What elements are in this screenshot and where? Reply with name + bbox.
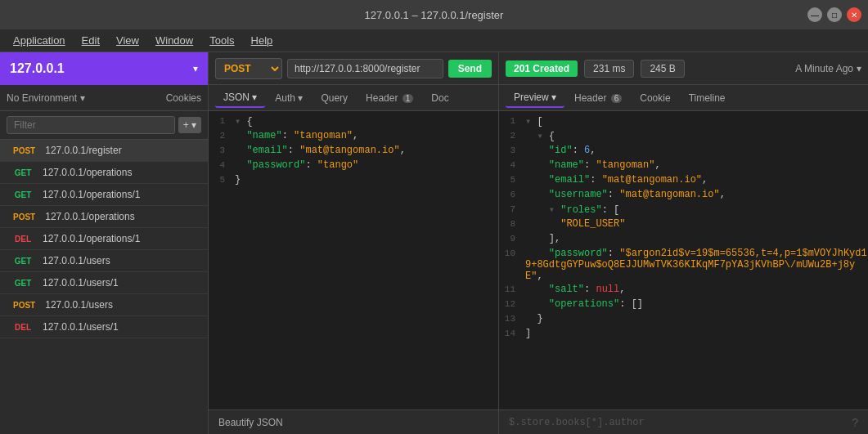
code-line: 2 "name": "tangoman", (209, 129, 498, 144)
method-badge: GET (10, 190, 36, 200)
cookies-button[interactable]: Cookies (166, 92, 201, 104)
url-bar: POST GET PUT DELETE Send (209, 52, 498, 85)
filter-input[interactable] (7, 116, 175, 134)
method-badge: GET (10, 278, 36, 289)
time-ago: A Minute Ago ▾ (795, 63, 861, 74)
env-dropdown-icon: ▾ (80, 92, 85, 104)
method-badge: GET (10, 168, 36, 178)
request-body: 1 ▾ { 2 "name": "tangoman", 3 "email": "… (209, 111, 498, 409)
time-badge: 231 ms (584, 60, 634, 78)
endpoint-text: 127.0.0.1/register (45, 145, 121, 156)
code-line: 10 "password": "$argon2id$v=19$m=65536,t… (499, 247, 868, 283)
code-line: 1 ▾ [ (499, 114, 868, 129)
method-badge: GET (10, 256, 36, 266)
code-line: 5 "email": "mat@tangoman.io", (499, 173, 868, 188)
code-line: 14 ] (499, 327, 868, 342)
code-line: 5 } (209, 173, 498, 188)
code-line: 2 ▾ { (499, 129, 868, 144)
endpoint-text: 127.0.0.1/operations (43, 167, 132, 178)
list-item[interactable]: DEL 127.0.0.1/operations/1 (0, 228, 208, 250)
response-panel: 201 Created 231 ms 245 B A Minute Ago ▾ … (499, 52, 868, 434)
header-badge: 1 (403, 94, 414, 103)
list-item[interactable]: POST 127.0.0.1/users (0, 294, 208, 316)
code-line: 4 "password": "tango" (209, 159, 498, 173)
close-button[interactable]: ✕ (847, 7, 861, 22)
code-line: 1 ▾ { (209, 114, 498, 129)
add-request-button[interactable]: + ▾ (178, 117, 201, 133)
code-line: 9 ], (499, 232, 868, 247)
window-controls: — □ ✕ (807, 7, 861, 22)
menu-window[interactable]: Window (149, 32, 200, 49)
tab-preview[interactable]: Preview ▾ (506, 88, 564, 108)
sidebar: 127.0.0.1 ▾ No Environment ▾ Cookies + ▾… (0, 52, 209, 434)
endpoint-text: 127.0.0.1/users (45, 299, 113, 311)
list-item[interactable]: GET 127.0.0.1/users (0, 250, 208, 272)
tab-cookie[interactable]: Cookie (632, 89, 678, 107)
method-select[interactable]: POST GET PUT DELETE (215, 58, 282, 79)
sidebar-header: 127.0.0.1 ▾ (0, 52, 208, 85)
tab-header[interactable]: Header 1 (358, 89, 421, 107)
code-line: 3 "email": "mat@tangoman.io", (209, 144, 498, 159)
maximize-button[interactable]: □ (827, 7, 842, 22)
method-badge: DEL (10, 234, 36, 244)
help-icon[interactable]: ? (852, 416, 858, 429)
request-footer: Beautify JSON (209, 409, 498, 434)
tab-doc[interactable]: Doc (423, 89, 456, 107)
tab-timeline[interactable]: Timeline (681, 89, 734, 107)
window-title: 127.0.0.1 – 127.0.0.1/register (365, 9, 504, 21)
url-input[interactable] (287, 59, 443, 78)
filter-path-label[interactable]: $.store.books[*].author (509, 417, 852, 428)
endpoint-text: 127.0.0.1/users/1 (43, 321, 119, 333)
code-line: 13 } (499, 312, 868, 327)
code-line: 3 "id": 6, (499, 144, 868, 159)
list-item[interactable]: POST 127.0.0.1/operations (0, 206, 208, 228)
code-line: 11 "salt": null, (499, 283, 868, 298)
method-badge: POST (10, 300, 38, 311)
list-item[interactable]: GET 127.0.0.1/operations/1 (0, 184, 208, 206)
list-item[interactable]: GET 127.0.0.1/operations (0, 162, 208, 184)
minimize-button[interactable]: — (807, 7, 822, 22)
tab-query[interactable]: Query (313, 89, 356, 107)
sidebar-search-bar: + ▾ (0, 111, 208, 140)
endpoint-text: 127.0.0.1/operations/1 (43, 189, 140, 200)
menu-help[interactable]: Help (245, 32, 280, 49)
code-line: 8 "ROLE_USER" (499, 217, 868, 232)
response-footer: $.store.books[*].author ? (499, 409, 868, 434)
sidebar-request-list: POST 127.0.0.1/register GET 127.0.0.1/op… (0, 140, 208, 434)
code-line: 4 "name": "tangoman", (499, 159, 868, 173)
request-panel: POST GET PUT DELETE Send JSON ▾ Auth ▾ Q… (209, 52, 499, 434)
list-item[interactable]: POST 127.0.0.1/register (0, 140, 208, 162)
code-line: 6 "username": "mat@tangoman.io", (499, 188, 868, 203)
endpoint-text: 127.0.0.1/users/1 (43, 277, 119, 289)
send-button[interactable]: Send (448, 60, 492, 78)
list-item[interactable]: GET 127.0.0.1/users/1 (0, 272, 208, 294)
response-header-badge: 6 (611, 94, 623, 103)
title-bar: 127.0.0.1 – 127.0.0.1/register — □ ✕ (0, 0, 868, 29)
status-badge: 201 Created (506, 60, 578, 77)
method-badge: POST (10, 145, 38, 156)
response-tabs: Preview ▾ Header 6 Cookie Timeline (499, 85, 868, 111)
sidebar-dropdown-icon[interactable]: ▾ (193, 63, 198, 74)
time-ago-dropdown-icon[interactable]: ▾ (857, 63, 861, 74)
tab-header-response[interactable]: Header 6 (566, 89, 630, 107)
beautify-button[interactable]: Beautify JSON (218, 417, 283, 428)
endpoint-text: 127.0.0.1/users (43, 255, 110, 266)
response-header: 201 Created 231 ms 245 B A Minute Ago ▾ (499, 52, 868, 85)
endpoint-text: 127.0.0.1/operations/1 (43, 233, 140, 244)
method-badge: DEL (10, 322, 36, 333)
environment-label[interactable]: No Environment ▾ (7, 92, 85, 104)
sidebar-title: 127.0.0.1 (10, 61, 187, 76)
response-body: 1 ▾ [ 2 ▾ { 3 "id": 6, 4 "name": "tangom… (499, 111, 868, 409)
tab-json[interactable]: JSON ▾ (215, 88, 265, 108)
list-item[interactable]: DEL 127.0.0.1/users/1 (0, 316, 208, 338)
code-line: 12 "operations": [] (499, 298, 868, 312)
tab-auth[interactable]: Auth ▾ (267, 89, 311, 107)
sidebar-env-bar: No Environment ▾ Cookies (0, 85, 208, 111)
main-container: 127.0.0.1 ▾ No Environment ▾ Cookies + ▾… (0, 52, 868, 434)
menu-edit[interactable]: Edit (75, 32, 106, 49)
menu-view[interactable]: View (110, 32, 146, 49)
menu-application[interactable]: Application (7, 32, 72, 49)
size-badge: 245 B (641, 60, 684, 78)
method-badge: POST (10, 212, 38, 222)
menu-tools[interactable]: Tools (203, 32, 241, 49)
